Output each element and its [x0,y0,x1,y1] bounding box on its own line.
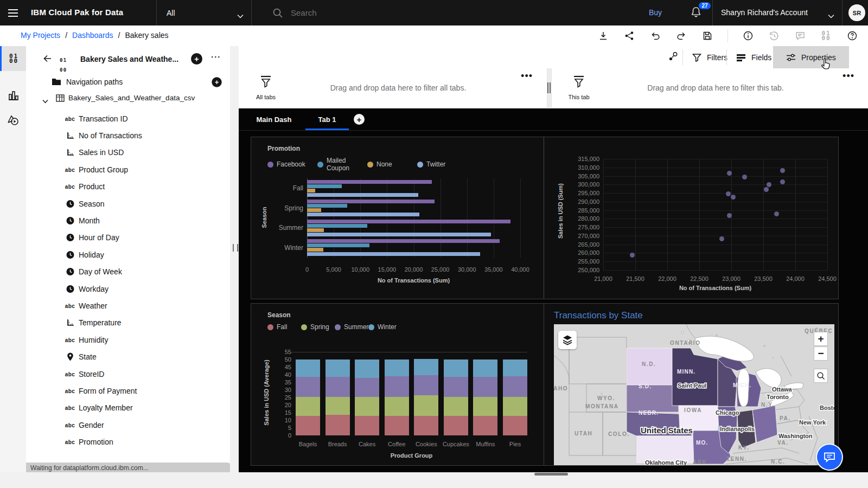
map-search-button[interactable] [814,369,828,383]
segment-spring[interactable] [355,397,379,416]
field-row-month[interactable]: Month [26,212,230,229]
filters-button[interactable]: Filters [692,46,727,68]
stacked-column-cupcakes[interactable] [444,352,468,435]
filter-split-handle[interactable] [547,82,551,93]
navigation-paths-row[interactable]: Navigation paths + [26,75,230,89]
map-zoom-out-button[interactable]: − [814,346,828,361]
bar-twitter-summer[interactable] [307,233,491,236]
legend-item-twitter[interactable]: Twitter [417,157,467,172]
widget-splitter[interactable] [544,137,544,298]
segment-fall[interactable] [355,416,379,435]
scatter-point[interactable] [767,182,771,187]
legend-item-mailed-coupon[interactable]: Mailed Coupon [317,157,367,172]
all-tabs-overflow-button[interactable]: ••• [521,70,533,82]
search-scope-select[interactable]: All [156,0,252,25]
this-tab-overflow-button[interactable]: ••• [843,70,854,82]
rail-item-media[interactable] [0,108,26,133]
scatter-point[interactable] [742,175,747,179]
field-row-state[interactable]: State [26,348,230,365]
undo-button[interactable] [649,30,661,42]
fields-button[interactable]: Fields [736,46,771,68]
field-row-day-of-week[interactable]: Day of Week [26,264,230,280]
buy-link[interactable]: Buy [649,8,662,17]
segment-summer[interactable] [326,377,350,396]
scatter-point[interactable] [630,253,635,258]
segment-fall[interactable] [326,415,350,435]
bar-facebook-spring[interactable] [307,200,435,203]
segment-winter[interactable] [414,359,438,376]
field-row-product-group[interactable]: abcProduct Group [26,161,230,178]
add-navigation-path-button[interactable]: + [212,77,221,87]
field-row-humidity[interactable]: abcHumidity [26,331,230,348]
scatter-point[interactable] [719,236,724,241]
segment-spring[interactable] [444,397,468,416]
field-row-workday[interactable]: Workday [26,280,230,297]
tab-main-dash[interactable]: Main Dash [250,108,298,130]
segment-spring[interactable] [326,397,350,415]
segment-spring[interactable] [503,397,527,416]
map-zoom-in-button[interactable]: + [814,332,828,346]
segment-summer[interactable] [385,376,409,397]
data-display-button[interactable]: 0100 [820,30,832,42]
segment-fall[interactable] [296,416,320,435]
bar-mailed-coupon-winter[interactable] [307,243,369,247]
scatter-point[interactable] [726,191,731,196]
bar-mailed-coupon-fall[interactable] [307,184,342,188]
stacked-column-bagels[interactable] [296,352,320,435]
bar-facebook-summer[interactable] [307,220,510,223]
stacked-column-cookies[interactable] [414,352,438,435]
field-row-gender[interactable]: abcGender [26,416,230,433]
bar-twitter-spring[interactable] [307,213,419,216]
widget-transactions-by-state[interactable]: Transactions by State [544,303,839,466]
scatter-point[interactable] [774,211,779,216]
widget-sales-vs-transactions[interactable]: Sales in USD (Sum) 250,000255,000260,000… [544,137,839,299]
stacked-column-cakes[interactable] [355,352,379,435]
chevron-down-icon[interactable] [42,96,48,106]
field-row-hour-of-day[interactable]: Hour of Day [26,229,230,246]
all-tabs-filter-card[interactable]: All tabs Drag and drop data here to filt… [239,68,547,108]
table-row[interactable]: Bakery_Sales_and_Weather_data_csv [26,92,230,106]
redo-button[interactable] [675,30,687,42]
properties-button[interactable]: Properties [773,46,849,68]
breadcrumb-dashboards[interactable]: Dashboards [72,31,113,40]
segment-winter[interactable] [326,359,350,377]
add-data-source-button[interactable]: + [191,53,202,65]
this-tab-filter-card[interactable]: This tab Drag and drop data here to filt… [551,68,868,108]
bar-facebook-winter[interactable] [307,239,500,243]
rail-item-visualizations[interactable] [0,83,26,108]
account-menu[interactable]: Sharyn Richard's Account [721,8,808,17]
bar-twitter-fall[interactable] [307,193,418,197]
scatter-point[interactable] [727,213,732,218]
download-button[interactable] [597,30,609,42]
scatter-point[interactable] [727,171,732,176]
comments-button[interactable] [794,30,806,42]
scatter-point[interactable] [731,195,736,200]
save-button[interactable] [701,30,713,42]
segment-fall[interactable] [385,416,409,435]
hamburger-menu-button[interactable] [0,0,26,25]
bar-mailed-coupon-spring[interactable] [307,204,347,208]
horizontal-scrollbar-thumb[interactable] [534,473,568,476]
segment-winter[interactable] [385,359,409,376]
segment-fall[interactable] [473,416,497,435]
legend-item-spring[interactable]: Spring [301,323,335,331]
segment-spring[interactable] [296,397,320,416]
chevron-down-icon[interactable] [828,11,834,21]
segment-winter[interactable] [444,359,468,377]
back-button[interactable] [42,54,52,66]
field-row-loyalty-member[interactable]: abcLoyalty Member [26,400,230,416]
segment-summer[interactable] [355,378,379,397]
widget-transactions-by-season[interactable]: Promotion FacebookMailed CouponNoneTwitt… [251,137,545,299]
legend-item-summer[interactable]: Summer [335,323,368,331]
field-row-season[interactable]: Season [26,195,230,212]
history-button[interactable] [768,30,780,42]
bar-mailed-coupon-summer[interactable] [307,224,367,228]
legend-item-none[interactable]: None [367,157,417,172]
field-row-holiday[interactable]: Holiday [26,246,230,263]
legend-item-fall[interactable]: Fall [267,323,301,331]
segment-winter[interactable] [355,359,379,378]
state-shape-sd[interactable] [627,385,679,412]
segment-summer[interactable] [444,377,468,396]
stacked-column-breads[interactable] [326,352,350,435]
segment-winter[interactable] [503,359,527,376]
